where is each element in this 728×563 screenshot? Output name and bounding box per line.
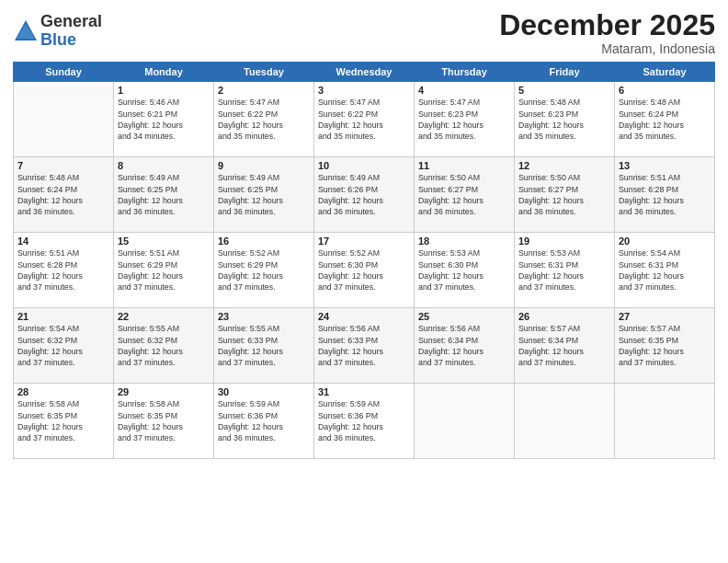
day-info: Sunrise: 5:55 AM Sunset: 6:32 PM Dayligh… — [118, 323, 210, 368]
day-info: Sunrise: 5:56 AM Sunset: 6:34 PM Dayligh… — [418, 323, 510, 368]
logo-text: General Blue — [40, 13, 102, 50]
title-block: December 2025 Mataram, Indonesia — [499, 9, 715, 56]
day-cell: 9Sunrise: 5:49 AM Sunset: 6:25 PM Daylig… — [214, 157, 314, 233]
day-cell: 23Sunrise: 5:55 AM Sunset: 6:33 PM Dayli… — [214, 308, 314, 384]
day-number: 28 — [17, 386, 109, 397]
weekday-header-row: SundayMondayTuesdayWednesdayThursdayFrid… — [14, 63, 715, 82]
day-cell: 3Sunrise: 5:47 AM Sunset: 6:22 PM Daylig… — [314, 82, 415, 157]
day-number: 30 — [218, 386, 310, 397]
logo-icon — [13, 18, 39, 44]
weekday-header-monday: Monday — [114, 63, 214, 82]
day-number: 10 — [318, 160, 410, 171]
day-info: Sunrise: 5:51 AM Sunset: 6:28 PM Dayligh… — [619, 172, 711, 217]
day-number: 12 — [518, 160, 610, 171]
day-number: 16 — [218, 236, 310, 247]
day-cell: 22Sunrise: 5:55 AM Sunset: 6:32 PM Dayli… — [114, 308, 214, 384]
day-cell: 16Sunrise: 5:52 AM Sunset: 6:29 PM Dayli… — [214, 233, 314, 308]
day-info: Sunrise: 5:49 AM Sunset: 6:26 PM Dayligh… — [318, 172, 410, 217]
day-cell: 1Sunrise: 5:46 AM Sunset: 6:21 PM Daylig… — [114, 82, 214, 157]
day-info: Sunrise: 5:58 AM Sunset: 6:35 PM Dayligh… — [17, 398, 109, 443]
day-info: Sunrise: 5:46 AM Sunset: 6:21 PM Dayligh… — [118, 97, 210, 142]
week-row-1: 1Sunrise: 5:46 AM Sunset: 6:21 PM Daylig… — [14, 82, 715, 157]
day-number: 9 — [218, 160, 310, 171]
day-number: 1 — [118, 85, 210, 96]
weekday-header-saturday: Saturday — [615, 63, 715, 82]
day-info: Sunrise: 5:47 AM Sunset: 6:22 PM Dayligh… — [318, 97, 410, 142]
day-number: 29 — [118, 386, 210, 397]
svg-marker-1 — [17, 24, 35, 39]
day-info: Sunrise: 5:51 AM Sunset: 6:29 PM Dayligh… — [118, 247, 210, 293]
week-row-3: 14Sunrise: 5:51 AM Sunset: 6:28 PM Dayli… — [14, 233, 715, 308]
day-cell: 28Sunrise: 5:58 AM Sunset: 6:35 PM Dayli… — [14, 384, 114, 459]
day-number: 2 — [218, 85, 310, 96]
page: General Blue December 2025 Mataram, Indo… — [0, 0, 728, 563]
day-cell: 20Sunrise: 5:54 AM Sunset: 6:31 PM Dayli… — [615, 233, 715, 308]
day-number: 24 — [318, 311, 410, 322]
day-number: 20 — [619, 236, 711, 247]
weekday-header-wednesday: Wednesday — [314, 63, 415, 82]
day-number: 7 — [17, 160, 109, 171]
week-row-4: 21Sunrise: 5:54 AM Sunset: 6:32 PM Dayli… — [14, 308, 715, 384]
day-cell: 19Sunrise: 5:53 AM Sunset: 6:31 PM Dayli… — [515, 233, 615, 308]
day-number: 15 — [118, 236, 210, 247]
day-number: 14 — [17, 236, 109, 247]
day-number: 23 — [218, 311, 310, 322]
day-info: Sunrise: 5:50 AM Sunset: 6:27 PM Dayligh… — [418, 172, 510, 217]
day-cell: 27Sunrise: 5:57 AM Sunset: 6:35 PM Dayli… — [615, 308, 715, 384]
day-cell: 14Sunrise: 5:51 AM Sunset: 6:28 PM Dayli… — [14, 233, 114, 308]
day-cell: 5Sunrise: 5:48 AM Sunset: 6:23 PM Daylig… — [515, 82, 615, 157]
month-title: December 2025 — [499, 9, 715, 41]
logo-blue: Blue — [40, 31, 102, 50]
day-number: 17 — [318, 236, 410, 247]
day-info: Sunrise: 5:52 AM Sunset: 6:30 PM Dayligh… — [318, 247, 410, 293]
day-cell: 2Sunrise: 5:47 AM Sunset: 6:22 PM Daylig… — [214, 82, 314, 157]
day-cell: 21Sunrise: 5:54 AM Sunset: 6:32 PM Dayli… — [14, 308, 114, 384]
day-cell — [615, 384, 715, 459]
day-number: 4 — [418, 85, 510, 96]
day-number: 25 — [418, 311, 510, 322]
day-info: Sunrise: 5:53 AM Sunset: 6:31 PM Dayligh… — [518, 247, 610, 293]
day-number: 19 — [518, 236, 610, 247]
day-cell: 31Sunrise: 5:59 AM Sunset: 6:36 PM Dayli… — [314, 384, 415, 459]
day-number: 11 — [418, 160, 510, 171]
day-info: Sunrise: 5:49 AM Sunset: 6:25 PM Dayligh… — [218, 172, 310, 217]
day-cell: 6Sunrise: 5:48 AM Sunset: 6:24 PM Daylig… — [615, 82, 715, 157]
day-info: Sunrise: 5:47 AM Sunset: 6:23 PM Dayligh… — [418, 97, 510, 142]
day-info: Sunrise: 5:58 AM Sunset: 6:35 PM Dayligh… — [118, 398, 210, 443]
day-cell: 25Sunrise: 5:56 AM Sunset: 6:34 PM Dayli… — [415, 308, 515, 384]
day-cell: 4Sunrise: 5:47 AM Sunset: 6:23 PM Daylig… — [415, 82, 515, 157]
day-number: 5 — [518, 85, 610, 96]
day-cell: 29Sunrise: 5:58 AM Sunset: 6:35 PM Dayli… — [114, 384, 214, 459]
header: General Blue December 2025 Mataram, Indo… — [13, 9, 715, 56]
day-cell: 24Sunrise: 5:56 AM Sunset: 6:33 PM Dayli… — [314, 308, 415, 384]
day-cell: 26Sunrise: 5:57 AM Sunset: 6:34 PM Dayli… — [515, 308, 615, 384]
day-info: Sunrise: 5:53 AM Sunset: 6:30 PM Dayligh… — [418, 247, 510, 293]
day-number: 6 — [619, 85, 711, 96]
logo: General Blue — [13, 13, 102, 50]
week-row-2: 7Sunrise: 5:48 AM Sunset: 6:24 PM Daylig… — [14, 157, 715, 233]
day-info: Sunrise: 5:48 AM Sunset: 6:23 PM Dayligh… — [518, 97, 610, 142]
day-info: Sunrise: 5:56 AM Sunset: 6:33 PM Dayligh… — [318, 323, 410, 368]
day-cell: 30Sunrise: 5:59 AM Sunset: 6:36 PM Dayli… — [214, 384, 314, 459]
day-number: 8 — [118, 160, 210, 171]
day-cell: 8Sunrise: 5:49 AM Sunset: 6:25 PM Daylig… — [114, 157, 214, 233]
day-number: 27 — [619, 311, 711, 322]
day-number: 18 — [418, 236, 510, 247]
day-number: 22 — [118, 311, 210, 322]
day-info: Sunrise: 5:59 AM Sunset: 6:36 PM Dayligh… — [218, 398, 310, 443]
day-info: Sunrise: 5:52 AM Sunset: 6:29 PM Dayligh… — [218, 247, 310, 293]
weekday-header-tuesday: Tuesday — [214, 63, 314, 82]
logo-general: General — [40, 13, 102, 31]
day-info: Sunrise: 5:48 AM Sunset: 6:24 PM Dayligh… — [17, 172, 109, 217]
day-info: Sunrise: 5:48 AM Sunset: 6:24 PM Dayligh… — [619, 97, 711, 142]
day-number: 26 — [518, 311, 610, 322]
day-number: 13 — [619, 160, 711, 171]
day-cell: 13Sunrise: 5:51 AM Sunset: 6:28 PM Dayli… — [615, 157, 715, 233]
day-number: 31 — [318, 386, 410, 397]
day-number: 21 — [17, 311, 109, 322]
day-info: Sunrise: 5:57 AM Sunset: 6:34 PM Dayligh… — [518, 323, 610, 368]
weekday-header-sunday: Sunday — [14, 63, 114, 82]
week-row-5: 28Sunrise: 5:58 AM Sunset: 6:35 PM Dayli… — [14, 384, 715, 459]
day-info: Sunrise: 5:49 AM Sunset: 6:25 PM Dayligh… — [118, 172, 210, 217]
day-cell: 11Sunrise: 5:50 AM Sunset: 6:27 PM Dayli… — [415, 157, 515, 233]
